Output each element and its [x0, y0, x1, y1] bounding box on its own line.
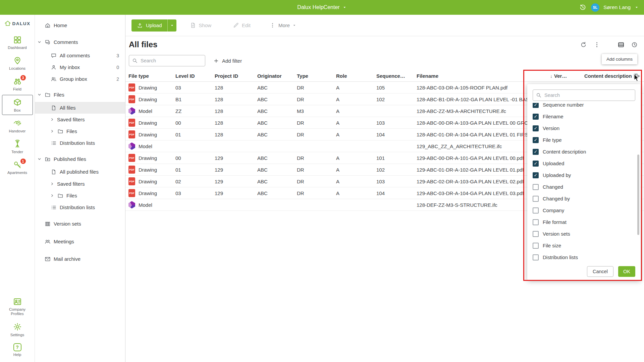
column-header-file-type[interactable]: File type — [128, 73, 175, 79]
sidebar-group-published-files[interactable]: Published files — [35, 153, 125, 165]
dalux-logo[interactable]: DALUX — [4, 15, 31, 32]
add-columns-icon[interactable] — [633, 73, 640, 79]
checkbox[interactable] — [533, 184, 539, 190]
column-option-changed[interactable]: Changed — [533, 181, 641, 193]
checkbox[interactable] — [533, 172, 539, 178]
sidebar-item-version-sets[interactable]: Version sets — [35, 218, 125, 230]
column-header-type[interactable]: Type — [297, 73, 336, 79]
chevron-right-icon[interactable] — [50, 194, 57, 197]
search-input[interactable] — [129, 55, 205, 66]
sidebar-item-all-files[interactable]: All files — [35, 102, 125, 114]
column-option-company[interactable]: Company — [533, 204, 641, 216]
sidebar-item-files-folder-published[interactable]: Files — [35, 190, 125, 201]
column-option-content-description[interactable]: Content description — [533, 146, 641, 158]
pencil-icon — [233, 22, 239, 28]
sidebar-item-my-inbox[interactable]: My inbox 0 — [35, 61, 125, 73]
checkbox[interactable] — [533, 137, 539, 143]
checkbox[interactable] — [533, 114, 539, 120]
rail-item-help[interactable]: ? Help — [2, 340, 33, 359]
column-option-file-type[interactable]: File type — [533, 134, 641, 146]
chevron-down-icon[interactable] — [38, 40, 44, 44]
sidebar-item-files-folder[interactable]: Files — [35, 125, 125, 137]
rail-item-dashboard[interactable]: Dashboard — [2, 32, 33, 52]
chevron-down-icon[interactable] — [38, 157, 44, 161]
sidebar-item-all-comments[interactable]: All comments 3 — [35, 50, 125, 61]
cancel-button[interactable]: Cancel — [587, 266, 613, 277]
avatar[interactable]: SL — [591, 3, 599, 12]
checkbox[interactable] — [533, 207, 539, 214]
column-option-filename[interactable]: Filename — [533, 111, 641, 122]
add-filter-button[interactable]: Add filter — [213, 55, 242, 66]
column-option-sequence-number[interactable]: Sequence number — [533, 103, 641, 111]
checkbox[interactable] — [533, 196, 539, 202]
table-view-icon[interactable] — [616, 40, 625, 49]
edit-button[interactable]: Edit — [233, 22, 251, 28]
checkbox[interactable] — [533, 161, 539, 167]
chevron-right-icon[interactable] — [50, 182, 57, 186]
upload-button[interactable]: Upload — [131, 19, 167, 32]
column-header-project-id[interactable]: Project ID — [215, 73, 257, 79]
column-header-level-id[interactable]: Level ID — [175, 73, 215, 79]
column-option-distribution-lists[interactable]: Distribution lists — [533, 251, 641, 261]
gear-icon — [13, 322, 22, 331]
sidebar-item-distribution-lists[interactable]: Distribution lists — [35, 137, 125, 149]
column-header-sequence[interactable]: Sequence… — [376, 73, 417, 79]
refresh-icon[interactable] — [579, 40, 588, 49]
ok-button[interactable]: OK — [618, 266, 635, 277]
sidebar-item-home[interactable]: Home — [35, 19, 125, 31]
sidebar-group-files[interactable]: Files — [35, 89, 125, 101]
show-button[interactable]: Show — [190, 22, 212, 28]
recent-view-icon[interactable] — [630, 40, 639, 49]
file-icon — [50, 105, 57, 111]
column-header-version[interactable]: ↓ Ver… — [550, 73, 584, 79]
column-option-file-size[interactable]: File size — [533, 240, 641, 251]
chevron-right-icon[interactable] — [50, 129, 57, 133]
chevron-down-icon[interactable] — [38, 93, 44, 97]
rail-item-locations[interactable]: Locations — [2, 53, 33, 73]
project-switcher[interactable]: Dalux HelpCenter — [297, 0, 346, 15]
rail-item-company-profiles[interactable]: Company Profiles — [2, 294, 33, 318]
rail-item-field[interactable]: 3 Field — [2, 74, 33, 94]
sidebar-item-group-inbox[interactable]: Group inbox 2 — [35, 73, 125, 85]
rail-item-apartments[interactable]: 1 Apartments — [2, 157, 33, 177]
chevron-right-icon[interactable] — [50, 118, 57, 121]
checkbox[interactable] — [533, 149, 539, 155]
sidebar-item-meetings[interactable]: Meetings — [35, 236, 125, 247]
checkbox[interactable] — [533, 125, 539, 131]
rail-item-tender[interactable]: Tender — [2, 136, 33, 157]
column-header-originator[interactable]: Originator — [257, 73, 297, 79]
column-header-role[interactable]: Role — [336, 73, 376, 79]
rail-item-handover[interactable]: Handover — [2, 116, 33, 136]
sidebar-item-saved-filters-published[interactable]: Saved filters — [35, 178, 125, 190]
popup-scrollbar[interactable] — [637, 155, 639, 235]
sidebar-group-comments[interactable]: Comments — [35, 36, 125, 48]
column-option-version[interactable]: Version — [533, 122, 641, 134]
sidebar-item-distribution-lists-published[interactable]: Distribution lists — [35, 201, 125, 213]
rail-item-box[interactable]: Box — [2, 95, 33, 115]
more-button[interactable]: More — [269, 22, 296, 28]
popup-search-input[interactable] — [533, 89, 635, 101]
column-option-changed-by[interactable]: Changed by — [533, 193, 641, 204]
history-icon[interactable] — [578, 3, 587, 12]
sidebar-item-all-published-files[interactable]: All published files — [35, 166, 125, 178]
column-option-uploaded-by[interactable]: Uploaded by — [533, 169, 641, 181]
rail-item-settings[interactable]: Settings — [2, 319, 33, 340]
column-option-file-format[interactable]: File format — [533, 216, 641, 228]
checkbox[interactable] — [533, 243, 539, 249]
upload-split-button[interactable]: Upload — [131, 19, 176, 32]
user-menu-chevron-icon[interactable] — [635, 5, 639, 9]
checkbox[interactable] — [533, 254, 539, 260]
upload-dropdown-button[interactable] — [167, 19, 176, 32]
checkbox[interactable] — [533, 231, 539, 237]
role-cell: A — [336, 85, 376, 90]
notification-badge: 1 — [20, 159, 26, 164]
column-option-version-sets[interactable]: Version sets — [533, 228, 641, 240]
column-header-filename[interactable]: Filename — [417, 73, 550, 79]
column-option-uploaded[interactable]: Uploaded — [533, 158, 641, 169]
more-options-icon[interactable] — [592, 40, 601, 49]
sidebar-item-saved-filters[interactable]: Saved filters — [35, 114, 125, 125]
type-cell: DR — [297, 132, 336, 137]
checkbox[interactable] — [533, 103, 539, 108]
sidebar-item-mail-archive[interactable]: Mail archive — [35, 253, 125, 265]
checkbox[interactable] — [533, 219, 539, 225]
